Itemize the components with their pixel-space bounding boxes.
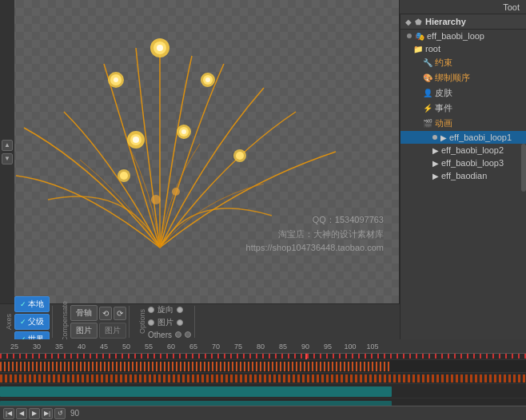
item-label-kongzhi: 绑制顺序 — [435, 72, 470, 84]
item-label-shijian: 事件 — [435, 102, 452, 114]
compensate-section: Compensate 骨轴 ⟲ ⟳ 图片 图片 — [57, 306, 130, 338]
option-image-dot2[interactable] — [177, 319, 183, 326]
hier-item-baodian[interactable]: ▶ eff_baodian — [400, 169, 526, 182]
dot-loop1 — [432, 135, 437, 140]
checkmark-local: ✓ — [20, 300, 26, 308]
btn-bone[interactable]: 骨轴 — [70, 305, 98, 321]
ruler-mark-85: 85 — [279, 343, 287, 351]
compensate-label: Compensate — [59, 301, 70, 342]
svg-point-21 — [151, 195, 161, 204]
bottom-toolbar: Axes ✓ 本地 ✓ 父级 ✓ 世界 — [0, 303, 400, 339]
timeline-ruler: 25 30 35 40 45 50 55 60 65 70 75 80 85 9… — [0, 339, 526, 354]
btn-image-label: 图片 — [76, 325, 92, 336]
hier-item-kongzhi[interactable]: 🎨 绑制顺序 — [400, 70, 526, 85]
item-label-root: root — [425, 44, 440, 53]
item-icon-kongzhi: 🎨 — [423, 73, 432, 82]
tl-btn-2[interactable]: ◀ — [16, 408, 27, 419]
particle-animation — [0, 0, 400, 303]
comp-row2: 图片 图片 — [70, 323, 126, 339]
ruler-mark-60: 60 — [167, 343, 175, 351]
tl-btn-1[interactable]: |◀ — [3, 408, 14, 419]
viewport-side-controls: ▲ ▼ — [0, 0, 14, 303]
hier-item-root[interactable]: 📁 root — [400, 42, 526, 55]
ruler-mark-25: 25 — [10, 343, 18, 351]
frame-dots — [0, 354, 526, 359]
others-dot1[interactable] — [175, 331, 181, 338]
rotate-icons: ⟲ ⟳ — [99, 307, 126, 320]
hierarchy-list: 🎭 eff_baobi_loop 📁 root 🔧 约束 🎨 绑制顺序 👤 皮肤… — [400, 30, 526, 182]
hier-item-shijian[interactable]: ⚡ 事件 — [400, 101, 526, 116]
ruler-mark-105: 105 — [366, 343, 378, 351]
axes-label: Axes — [3, 314, 14, 330]
svg-point-13 — [133, 137, 139, 143]
track-row-1 — [0, 360, 526, 373]
item-icon-eff: 🎭 — [415, 32, 424, 41]
track-teal-1 — [0, 386, 392, 397]
ruler-mark-70: 70 — [212, 343, 220, 351]
hier-item-eff-baobi-loop[interactable]: 🎭 eff_baobi_loop — [400, 30, 526, 42]
svg-point-10 — [205, 77, 210, 82]
hier-item-loop3[interactable]: ▶ eff_baobi_loop3 — [400, 157, 526, 169]
btn-image[interactable]: 图片 — [70, 323, 98, 339]
scroll-indicator[interactable] — [521, 144, 526, 192]
timeline: 25 30 35 40 45 50 55 60 65 70 75 80 85 9… — [0, 339, 526, 420]
ruler-mark-35: 35 — [55, 343, 63, 351]
hierarchy-header: ◆ ⬟ Hierarchy — [400, 14, 526, 30]
ruler-mark-80: 80 — [257, 343, 265, 351]
options-label: Options — [137, 309, 148, 334]
hier-item-pifu[interactable]: 👤 皮肤 — [400, 85, 526, 101]
option-rotate-dot[interactable] — [148, 307, 154, 313]
option-rotate-row: 旋向 — [148, 304, 191, 315]
tl-btn-3[interactable]: ▶ — [29, 408, 40, 419]
item-icon-donghua: 🎬 — [423, 119, 432, 128]
others-dot2[interactable] — [185, 331, 191, 338]
btn-local[interactable]: ✓ 本地 — [14, 296, 50, 312]
hier-item-loop1[interactable]: ▶ eff_baobi_loop1 — [400, 131, 526, 144]
item-icon-root: 📁 — [413, 45, 423, 53]
playhead[interactable] — [305, 354, 307, 359]
item-label-eff: eff_baobi_loop — [427, 31, 484, 41]
option-image-dot[interactable] — [148, 319, 154, 326]
tl-btn-4[interactable]: ▶| — [42, 408, 53, 419]
track-orange-1 — [0, 362, 392, 371]
ruler-mark-75: 75 — [234, 343, 242, 351]
btn-local-label: 本地 — [28, 299, 44, 310]
toot-text: Toot — [503, 2, 520, 12]
viewport: QQ：1534097763 淘宝店：大神的设计素材库 https://shop1… — [0, 0, 400, 303]
options-section: Options 旋向 图片 Others — [133, 306, 195, 338]
btn-image2[interactable]: 图片 — [99, 323, 126, 339]
option-rotate-label: 旋向 — [157, 304, 173, 315]
ruler-mark-40: 40 — [78, 343, 86, 351]
item-label-loop1: eff_baobi_loop1 — [449, 133, 512, 142]
ruler-mark-30: 30 — [33, 343, 41, 351]
hier-item-yueshu[interactable]: 🔧 约束 — [400, 55, 526, 70]
ruler-mark-50: 50 — [122, 343, 130, 351]
svg-point-16 — [181, 129, 186, 134]
option-rotate-dot2[interactable] — [177, 307, 183, 313]
rotate-ccw-btn[interactable]: ⟲ — [99, 307, 112, 320]
btn-parent-label: 父级 — [28, 316, 44, 327]
item-icon-yueshu: 🔧 — [423, 58, 432, 67]
rotate-cw-btn[interactable]: ⟳ — [114, 307, 126, 320]
svg-point-18 — [120, 172, 128, 180]
compensate-buttons: 骨轴 ⟲ ⟳ 图片 图片 — [70, 305, 126, 339]
hierarchy-icon-1: ◆ — [405, 18, 412, 26]
frame-dots-row — [0, 354, 526, 360]
checkmark-parent: ✓ — [20, 318, 26, 326]
btn-parent[interactable]: ✓ 父级 — [14, 314, 50, 330]
item-icon-baodian: ▶ — [432, 172, 439, 180]
hier-item-donghua[interactable]: 🎬 动画 — [400, 116, 526, 131]
options-list: 旋向 图片 Others — [148, 304, 191, 340]
arrow-up-btn[interactable]: ▲ — [2, 140, 13, 151]
item-icon-loop1: ▶ — [440, 133, 447, 142]
svg-point-4 — [157, 45, 163, 51]
ruler-mark-65: 65 — [189, 343, 197, 351]
tl-btn-loop[interactable]: ↺ — [54, 408, 66, 419]
svg-point-20 — [236, 152, 244, 160]
item-label-donghua: 动画 — [435, 117, 452, 129]
item-icon-pifu: 👤 — [423, 89, 432, 97]
ruler-mark-55: 55 — [145, 343, 153, 351]
arrow-down-btn[interactable]: ▼ — [2, 153, 13, 164]
axes-section: Axes ✓ 本地 ✓ 父级 ✓ 世界 — [3, 306, 53, 338]
hier-item-loop2[interactable]: ▶ eff_baobi_loop2 — [400, 144, 526, 157]
